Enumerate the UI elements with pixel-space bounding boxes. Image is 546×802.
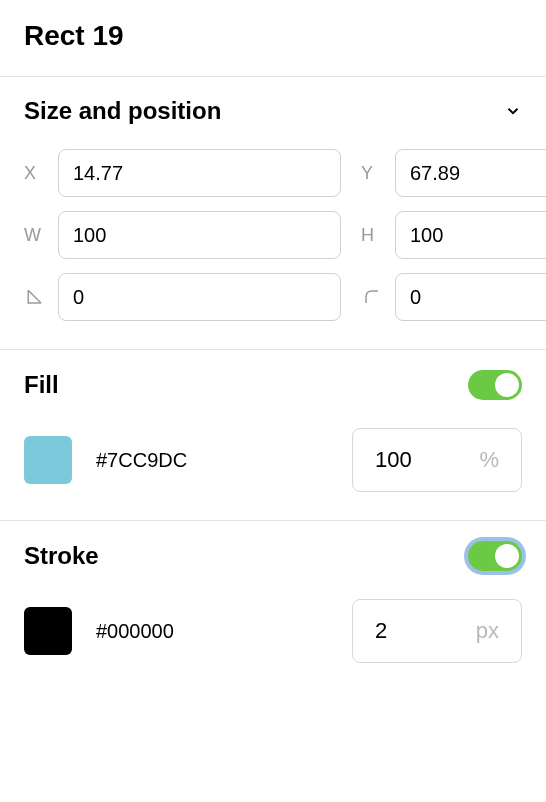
size-position-section: Size and position X Y W H (0, 77, 546, 349)
stroke-color-value: #000000 (96, 620, 328, 643)
w-label: W (24, 225, 46, 246)
h-input[interactable] (395, 211, 546, 259)
properties-panel: Rect 19 Size and position X Y W H (0, 0, 546, 691)
size-position-header[interactable]: Size and position (24, 97, 522, 125)
fill-opacity-unit: % (479, 447, 499, 473)
h-field-row: H (361, 211, 546, 259)
fill-color-row: #7CC9DC % (24, 428, 522, 492)
rotation-field-row (24, 273, 341, 321)
toggle-knob (495, 544, 519, 568)
fill-opacity-field[interactable]: % (352, 428, 522, 492)
y-label: Y (361, 163, 383, 184)
size-position-title: Size and position (24, 97, 221, 125)
stroke-width-field[interactable]: px (352, 599, 522, 663)
corner-radius-input[interactable] (395, 273, 546, 321)
fill-toggle[interactable] (468, 370, 522, 400)
stroke-color-row: #000000 px (24, 599, 522, 663)
fill-swatch[interactable] (24, 436, 72, 484)
rotation-input[interactable] (58, 273, 341, 321)
fill-opacity-input[interactable] (375, 447, 471, 473)
rotation-icon (24, 288, 46, 306)
size-position-fields: X Y W H (24, 149, 522, 321)
chevron-down-icon (504, 102, 522, 120)
y-field-row: Y (361, 149, 546, 197)
stroke-swatch[interactable] (24, 607, 72, 655)
x-field-row: X (24, 149, 341, 197)
stroke-header: Stroke (24, 541, 522, 571)
stroke-section: Stroke #000000 px (0, 521, 546, 691)
y-input[interactable] (395, 149, 546, 197)
x-input[interactable] (58, 149, 341, 197)
corner-radius-field-row (361, 273, 546, 321)
stroke-toggle[interactable] (468, 541, 522, 571)
toggle-knob (495, 373, 519, 397)
corner-radius-icon (361, 288, 383, 306)
h-label: H (361, 225, 383, 246)
fill-title: Fill (24, 371, 59, 399)
w-field-row: W (24, 211, 341, 259)
stroke-width-unit: px (476, 618, 499, 644)
fill-header: Fill (24, 370, 522, 400)
stroke-title: Stroke (24, 542, 99, 570)
x-label: X (24, 163, 46, 184)
title-section: Rect 19 (0, 0, 546, 76)
page-title: Rect 19 (24, 20, 522, 52)
fill-color-value: #7CC9DC (96, 449, 328, 472)
stroke-width-input[interactable] (375, 618, 468, 644)
w-input[interactable] (58, 211, 341, 259)
fill-section: Fill #7CC9DC % (0, 350, 546, 520)
